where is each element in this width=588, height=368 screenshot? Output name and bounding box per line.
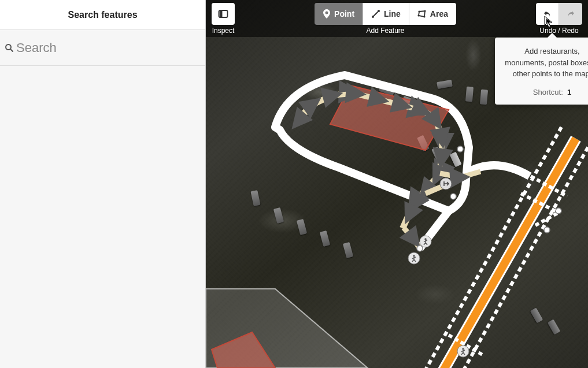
sidewalk[interactable] [457, 147, 588, 368]
entrance-icon[interactable] [440, 178, 452, 189]
redo-icon [566, 9, 575, 18]
footway[interactable] [404, 228, 420, 248]
sidebar-header: Search features [0, 0, 205, 30]
sidebar-title: Search features [68, 10, 137, 20]
search-icon [3, 43, 15, 53]
add-area-button[interactable]: Area [409, 3, 456, 25]
svg-point-4 [424, 238, 427, 240]
map-node[interactable] [556, 208, 561, 214]
point-tooltip: Add restaurants, monuments, postal boxes… [495, 38, 588, 105]
svg-point-6 [413, 255, 415, 257]
svg-point-16 [424, 10, 426, 12]
svg-point-8 [462, 348, 464, 350]
svg-point-17 [423, 16, 425, 17]
undo-redo-label: Undo / Redo [539, 27, 578, 35]
footway[interactable] [440, 172, 480, 177]
undo-redo-group: Undo / Redo [536, 3, 582, 35]
top-toolbar: Inspect Point Line [206, 0, 588, 37]
sidebar: Search features [0, 0, 206, 368]
search-row [0, 30, 205, 66]
add-line-label: Line [384, 9, 401, 18]
add-point-label: Point [334, 9, 354, 18]
line-icon [371, 9, 380, 18]
pedestrian-icon[interactable] [457, 345, 469, 357]
map-node[interactable] [544, 227, 550, 233]
panel-icon [218, 9, 228, 19]
add-feature-group: Point Line Area Add Feature [315, 3, 456, 35]
map-node[interactable] [450, 194, 456, 199]
add-area-label: Area [430, 9, 448, 18]
map-canvas[interactable]: Inspect Point Line [206, 0, 588, 368]
svg-rect-10 [220, 11, 223, 17]
pedestrian-icon[interactable] [420, 236, 431, 247]
pedestrian-icon[interactable] [408, 252, 420, 264]
add-feature-label: Add Feature [366, 27, 404, 35]
map-node[interactable] [417, 246, 423, 251]
svg-point-12 [372, 16, 374, 18]
add-point-button[interactable]: Point [315, 3, 363, 25]
inspect-button[interactable] [212, 3, 235, 25]
svg-point-18 [417, 14, 419, 16]
undo-icon [543, 9, 552, 18]
svg-point-15 [418, 10, 420, 12]
undo-button[interactable] [536, 3, 559, 25]
area-icon [417, 9, 427, 18]
svg-point-13 [378, 10, 380, 12]
map-node[interactable] [457, 146, 463, 152]
pin-icon [323, 9, 331, 18]
inspect-label: Inspect [212, 27, 235, 35]
search-input[interactable] [16, 40, 202, 55]
tooltip-description: Add restaurants, monuments, postal boxes… [504, 46, 588, 80]
svg-line-11 [373, 11, 379, 17]
svg-line-1 [10, 49, 13, 51]
add-line-button[interactable]: Line [363, 3, 409, 25]
inspect-group: Inspect [212, 3, 235, 35]
redo-button[interactable] [559, 3, 582, 25]
tooltip-shortcut: Shortcut: 1 [504, 88, 588, 96]
